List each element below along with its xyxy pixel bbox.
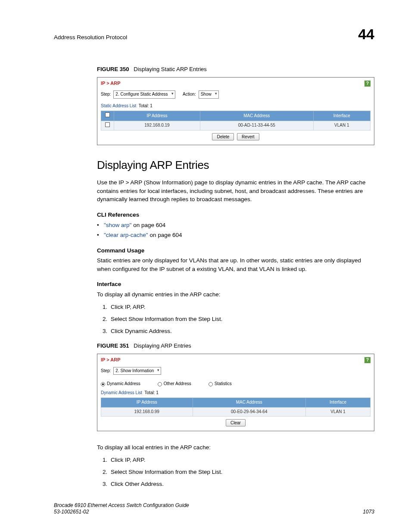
cell-mac: 00-AD-11-33-44-55: [200, 121, 314, 131]
radio-other[interactable]: Other Address: [158, 381, 191, 387]
help-icon[interactable]: ?: [364, 357, 371, 363]
radio-statistics[interactable]: Statistics: [209, 381, 232, 387]
clear-arp-page: on page 604: [148, 232, 182, 238]
intro-paragraph: Use the IP > ARP (Show Information) page…: [97, 178, 374, 204]
cli-ref-item: "clear arp-cache" on page 604: [104, 231, 374, 240]
revert-button[interactable]: Revert: [237, 133, 259, 140]
cli-references-heading: CLI References: [97, 211, 374, 219]
radio-icon: [209, 382, 213, 386]
footer-doc-number: 53-1002651-02: [54, 509, 189, 516]
step-item: Select Show Information from the Step Li…: [109, 468, 374, 476]
cli-ref-item: "show arp" on page 604: [104, 221, 374, 230]
interface-intro: To display all dynamic entries in the AR…: [97, 290, 374, 299]
col-iface: Interface: [313, 111, 371, 121]
step-dropdown[interactable]: 2. Configure Static Address: [113, 90, 175, 99]
figure-351-title: Displaying ARP Entries: [134, 342, 191, 349]
step-item: Click IP, ARP.: [109, 303, 374, 311]
select-all-header[interactable]: [101, 111, 114, 121]
screenshot-350: IP > ARP ? Step: 2. Configure Static Add…: [97, 77, 374, 145]
cell-ip: 192.168.0.19: [114, 121, 200, 131]
cell-ip: 192.168.0.99: [101, 407, 193, 417]
running-header: Address Resolution Protocol: [54, 33, 127, 42]
table-row: 192.168.0.19 00-AD-11-33-44-55 VLAN 1: [101, 121, 371, 131]
show-arp-link[interactable]: "show arp": [104, 222, 131, 228]
static-list-title: Static Address List: [101, 103, 136, 108]
col-ip: IP Address: [101, 398, 193, 408]
radio-icon: [158, 382, 162, 386]
action-dropdown[interactable]: Show: [199, 90, 219, 99]
col-mac: MAC Address: [193, 398, 306, 408]
total-label: Total:: [139, 103, 149, 108]
command-usage-heading: Command Usage: [97, 246, 374, 255]
total-value: 1: [156, 390, 159, 395]
col-mac: MAC Address: [200, 111, 314, 121]
total-value: 1: [150, 103, 153, 108]
total-label: Total:: [145, 390, 155, 395]
figure-350-caption: FIGURE 350 Displaying Static ARP Entries: [97, 65, 374, 74]
step-item: Select Show Information from the Step Li…: [109, 315, 374, 324]
step-item: Click Other Address.: [109, 480, 374, 488]
cell-iface: VLAN 1: [306, 407, 371, 417]
action-label: Action:: [183, 91, 196, 98]
dynamic-arp-table: IP Address MAC Address Interface 192.168…: [101, 398, 371, 417]
footer-guide-title: Brocade 6910 Ethernet Access Switch Conf…: [54, 502, 189, 509]
breadcrumb: IP > ARP: [101, 357, 121, 364]
screenshot-351: IP > ARP ? Step: 2. Show Information Dyn…: [97, 354, 374, 431]
row-checkbox[interactable]: [105, 122, 110, 127]
step-item: Click IP, ARP.: [109, 456, 374, 464]
figure-350-label: FIGURE 350: [97, 66, 129, 72]
figure-350-title: Displaying Static ARP Entries: [134, 66, 207, 72]
radio-dynamic[interactable]: Dynamic Address: [101, 381, 140, 387]
help-icon[interactable]: ?: [364, 81, 371, 87]
command-usage-body: Static entries are only displayed for VL…: [97, 256, 374, 273]
radio-icon: [101, 382, 105, 386]
step-label: Step:: [101, 368, 111, 374]
clear-arp-link[interactable]: "clear arp-cache": [104, 232, 148, 238]
interface-heading: Interface: [97, 280, 374, 289]
table-row: 192.168.0.99 00-E0-29-94-34-64 VLAN 1: [101, 407, 371, 417]
checkbox-icon[interactable]: [105, 112, 110, 117]
chapter-number: 44: [358, 24, 374, 45]
step-label: Step:: [101, 91, 111, 98]
col-ip: IP Address: [114, 111, 200, 121]
radio-label: Statistics: [215, 381, 232, 386]
page-number: 1073: [363, 508, 374, 516]
step-dropdown[interactable]: 2. Show Information: [113, 367, 161, 375]
col-iface: Interface: [306, 398, 371, 408]
dynamic-list-title: Dynamic Address List: [101, 390, 142, 395]
figure-351-label: FIGURE 351: [97, 342, 129, 349]
cell-iface: VLAN 1: [313, 121, 371, 131]
step-item: Click Dynamic Address.: [109, 327, 374, 336]
delete-button[interactable]: Delete: [212, 133, 234, 140]
radio-label: Dynamic Address: [107, 381, 140, 386]
breadcrumb: IP > ARP: [101, 80, 121, 87]
cell-mac: 00-E0-29-94-34-64: [193, 407, 306, 417]
clear-button[interactable]: Clear: [226, 419, 246, 426]
show-arp-page: on page 604: [131, 222, 165, 228]
local-entries-intro: To display all local entries in the ARP …: [97, 443, 374, 452]
static-arp-table: IP Address MAC Address Interface 192.168…: [101, 111, 371, 131]
radio-label: Other Address: [164, 381, 191, 386]
section-heading: Displaying ARP Entries: [97, 157, 374, 174]
figure-351-caption: FIGURE 351 Displaying ARP Entries: [97, 342, 374, 350]
